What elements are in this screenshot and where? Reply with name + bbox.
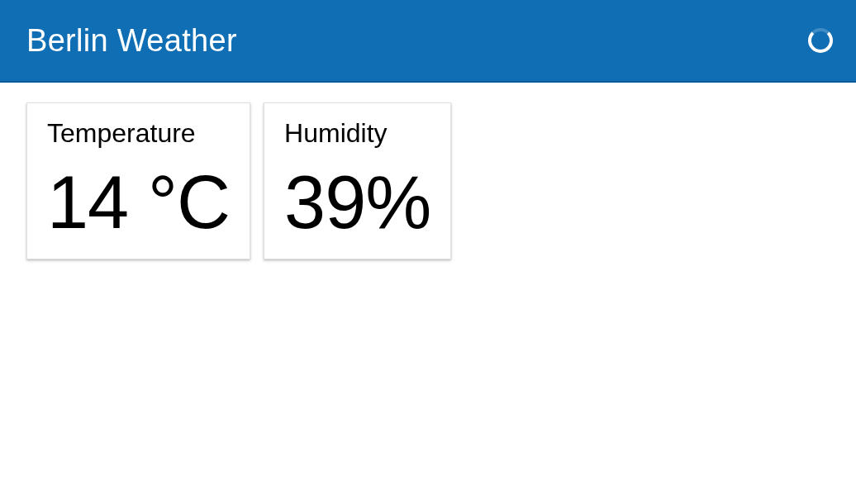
content-area: Temperature 14 °C Humidity 39% [0, 83, 856, 279]
humidity-value: 39% [284, 164, 430, 242]
temperature-card: Temperature 14 °C [26, 102, 250, 259]
temperature-value: 14 °C [47, 164, 230, 242]
app-header: Berlin Weather [0, 0, 856, 83]
humidity-label: Humidity [284, 118, 430, 149]
humidity-card: Humidity 39% [264, 102, 451, 259]
temperature-label: Temperature [47, 118, 230, 149]
page-title: Berlin Weather [26, 23, 237, 59]
loading-spinner-icon [808, 28, 833, 53]
